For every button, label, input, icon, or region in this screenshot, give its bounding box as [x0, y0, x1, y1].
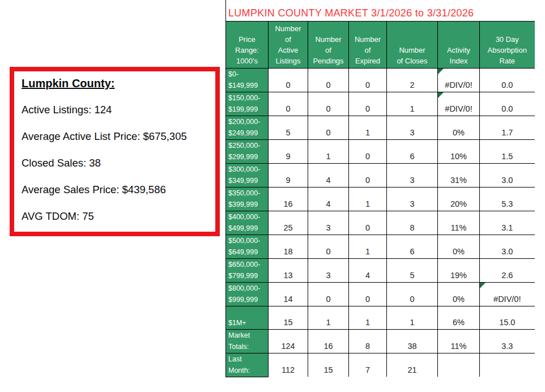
- cell-expired[interactable]: 8: [349, 329, 387, 353]
- header-active-listings[interactable]: Number of Active Listings: [269, 22, 308, 69]
- cell-absorption-rate[interactable]: 2.6: [480, 259, 535, 283]
- row-price-range-cell[interactable]: $650,000- $799,999: [226, 259, 269, 283]
- cell-activity-index[interactable]: 11%: [438, 211, 480, 235]
- cell-expired[interactable]: 1: [349, 235, 387, 259]
- cell-active-listings[interactable]: 124: [269, 329, 308, 353]
- cell-absorption-rate[interactable]: 0.0: [480, 69, 535, 92]
- cell-closes[interactable]: 3: [387, 188, 438, 211]
- row-price-range-cell[interactable]: $150,000- $199,999: [226, 92, 269, 116]
- cell-activity-index[interactable]: 20%: [438, 188, 480, 211]
- cell-activity-index[interactable]: 0%: [438, 235, 480, 259]
- row-price-range-cell[interactable]: $200,000- $249,999: [226, 116, 269, 140]
- row-price-range-cell[interactable]: Last Month:: [226, 353, 269, 377]
- cell-absorption-rate[interactable]: 1.5: [480, 140, 535, 164]
- cell-active-listings[interactable]: 112: [269, 353, 308, 377]
- cell-closes[interactable]: 3: [387, 116, 438, 140]
- cell-expired[interactable]: 0: [349, 211, 387, 235]
- cell-activity-index[interactable]: 19%: [438, 259, 480, 283]
- cell-active-listings[interactable]: 14: [269, 283, 308, 306]
- cell-expired[interactable]: 1: [349, 306, 387, 330]
- cell-pendings[interactable]: 4: [308, 188, 349, 211]
- cell-active-listings[interactable]: 0: [269, 92, 308, 116]
- header-price-range[interactable]: Price Range: 1000's: [226, 22, 269, 69]
- header-expired[interactable]: Number of Expired: [349, 22, 387, 69]
- cell-closes[interactable]: 5: [387, 259, 438, 283]
- cell-active-listings[interactable]: 9: [269, 164, 308, 188]
- cell-pendings[interactable]: 0: [308, 69, 349, 92]
- cell-expired[interactable]: 4: [349, 259, 387, 283]
- cell-activity-index[interactable]: 11%: [438, 329, 480, 353]
- cell-expired[interactable]: 0: [349, 69, 387, 92]
- row-price-range-cell[interactable]: $1M+: [226, 306, 269, 330]
- cell-expired[interactable]: 0: [349, 283, 387, 306]
- cell-pendings[interactable]: 1: [308, 306, 349, 330]
- cell-active-listings[interactable]: 5: [269, 116, 308, 140]
- row-price-range-cell[interactable]: Market Totals:: [226, 329, 269, 353]
- cell-active-listings[interactable]: 15: [269, 306, 308, 330]
- row-price-range-cell[interactable]: $500,000- $649,999: [226, 235, 269, 259]
- cell-pendings[interactable]: 0: [308, 116, 349, 140]
- cell-closes[interactable]: 1: [387, 306, 438, 330]
- cell-absorption-rate[interactable]: #DIV/0!: [480, 283, 535, 306]
- cell-pendings[interactable]: 16: [308, 329, 349, 353]
- cell-activity-index[interactable]: [438, 353, 480, 377]
- cell-activity-index[interactable]: 31%: [438, 164, 480, 188]
- cell-absorption-rate[interactable]: 0.0: [480, 92, 535, 116]
- header-activity-index[interactable]: Activity Index: [438, 22, 480, 69]
- cell-active-listings[interactable]: 9: [269, 140, 308, 164]
- cell-active-listings[interactable]: 0: [269, 69, 308, 92]
- cell-expired[interactable]: 7: [349, 353, 387, 377]
- cell-pendings[interactable]: 1: [308, 140, 349, 164]
- row-price-range-cell[interactable]: $0- $149,999: [226, 69, 269, 92]
- cell-expired[interactable]: 0: [349, 92, 387, 116]
- cell-pendings[interactable]: 15: [308, 353, 349, 377]
- cell-absorption-rate[interactable]: 5.3: [480, 188, 535, 211]
- cell-closes[interactable]: 6: [387, 140, 438, 164]
- cell-closes[interactable]: 0: [387, 283, 438, 306]
- sheet-title[interactable]: LUMPKIN COUNTY MARKET 3/1/2026 to 3/31/2…: [225, 0, 534, 21]
- cell-pendings[interactable]: 4: [308, 164, 349, 188]
- county-summary-textbox[interactable]: Lumpkin County: Active Listings: 124 Ave…: [10, 67, 220, 236]
- cell-activity-index[interactable]: #DIV/0!: [438, 69, 480, 92]
- cell-closes[interactable]: 1: [387, 92, 438, 116]
- cell-pendings[interactable]: 0: [308, 92, 349, 116]
- header-absorption-rate[interactable]: 30 Day Absorbption Rate: [480, 22, 535, 69]
- header-closes[interactable]: Number of Closes: [387, 22, 438, 69]
- cell-closes[interactable]: 2: [387, 69, 438, 92]
- cell-closes[interactable]: 38: [387, 329, 438, 353]
- cell-absorption-rate[interactable]: [480, 353, 535, 377]
- cell-activity-index[interactable]: 0%: [438, 116, 480, 140]
- cell-closes[interactable]: 21: [387, 353, 438, 377]
- cell-closes[interactable]: 6: [387, 235, 438, 259]
- cell-activity-index[interactable]: 0%: [438, 283, 480, 306]
- cell-activity-index[interactable]: 10%: [438, 140, 480, 164]
- cell-absorption-rate[interactable]: 3.0: [480, 164, 535, 188]
- row-price-range-cell[interactable]: $800,000- $999,999: [226, 283, 269, 306]
- row-price-range-cell[interactable]: $350,000- $399,999: [226, 188, 269, 211]
- row-price-range-cell[interactable]: $300,000- $349,999: [226, 164, 269, 188]
- cell-absorption-rate[interactable]: 3.3: [480, 329, 535, 353]
- cell-active-listings[interactable]: 18: [269, 235, 308, 259]
- cell-expired[interactable]: 0: [349, 140, 387, 164]
- cell-activity-index[interactable]: #DIV/0!: [438, 92, 480, 116]
- cell-absorption-rate[interactable]: 15.0: [480, 306, 535, 330]
- cell-expired[interactable]: 1: [349, 116, 387, 140]
- cell-pendings[interactable]: 0: [308, 235, 349, 259]
- cell-pendings[interactable]: 0: [308, 283, 349, 306]
- cell-absorption-rate[interactable]: 1.7: [480, 116, 535, 140]
- cell-expired[interactable]: 0: [349, 164, 387, 188]
- cell-closes[interactable]: 8: [387, 211, 438, 235]
- row-price-range-cell[interactable]: $400,000- $499,999: [226, 211, 269, 235]
- cell-active-listings[interactable]: 16: [269, 188, 308, 211]
- cell-active-listings[interactable]: 25: [269, 211, 308, 235]
- cell-activity-index[interactable]: 6%: [438, 306, 480, 330]
- cell-absorption-rate[interactable]: 3.1: [480, 211, 535, 235]
- cell-pendings[interactable]: 3: [308, 211, 349, 235]
- cell-expired[interactable]: 1: [349, 188, 387, 211]
- cell-absorption-rate[interactable]: 3.0: [480, 235, 535, 259]
- cell-active-listings[interactable]: 13: [269, 259, 308, 283]
- row-price-range-cell[interactable]: $250,000- $299,999: [226, 140, 269, 164]
- cell-pendings[interactable]: 3: [308, 259, 349, 283]
- header-pendings[interactable]: Number of Pendings: [308, 22, 349, 69]
- cell-closes[interactable]: 3: [387, 164, 438, 188]
